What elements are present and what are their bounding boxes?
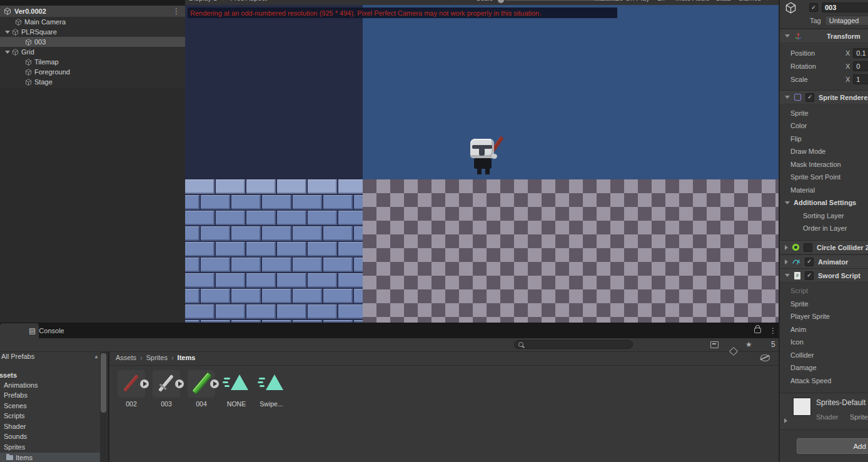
asset-swipe[interactable]: Swipe...	[256, 370, 287, 408]
tree-item-all-prefabs[interactable]: All Prefabs ▲	[0, 351, 100, 361]
icon-row[interactable]: Icon	[780, 336, 868, 349]
animator-header[interactable]: ✓ Animator	[780, 254, 868, 269]
hierarchy-item-foreground[interactable]: Foreground	[0, 67, 210, 77]
expand-play-badge[interactable]	[140, 379, 149, 388]
lock-icon[interactable]	[754, 328, 761, 333]
tree-item-assets-root[interactable]: Assets	[0, 370, 100, 380]
collider-row[interactable]: Collider	[780, 349, 868, 362]
tree-item-prefabs[interactable]: Prefabs	[0, 390, 100, 400]
add-component-button[interactable]: Add Component	[797, 438, 868, 454]
tab-console[interactable]: ▤ Console	[23, 323, 71, 338]
circle-collider-header[interactable]: Circle Collider 2D	[780, 240, 868, 254]
dropdown-caret-icon: ▾	[765, 0, 769, 3]
anim-row[interactable]: Anim	[780, 323, 868, 336]
sorting-layer-row[interactable]: Sorting Layer	[780, 209, 868, 223]
search-input[interactable]	[514, 340, 633, 349]
component-checkbox-checked[interactable]: ✓	[805, 258, 814, 266]
foldout-open-icon[interactable]	[785, 34, 790, 38]
display-dropdown[interactable]: Display 1	[189, 0, 217, 2]
favorites-star-icon[interactable]: ★	[745, 340, 752, 349]
gameobject-cube-icon[interactable]	[785, 2, 797, 14]
expand-play-badge[interactable]	[175, 379, 184, 388]
hierarchy-item-003-selected[interactable]: 003	[0, 37, 210, 47]
asset-004[interactable]: 004	[186, 370, 217, 408]
foldout-open-icon[interactable]	[5, 31, 10, 34]
tree-item-sounds[interactable]: Sounds	[0, 431, 100, 441]
sprite-renderer-header[interactable]: ✓ Sprite Renderer	[780, 90, 868, 104]
order-in-layer-row[interactable]: Order in Layer	[780, 222, 868, 235]
breadcrumb-assets[interactable]: Assets	[116, 354, 136, 361]
foldout-open-icon[interactable]	[785, 274, 790, 277]
mask-interaction-row[interactable]: Mask Interaction	[780, 158, 868, 171]
hierarchy-item-main-camera[interactable]: Main Camera	[0, 17, 200, 27]
component-checkbox-checked[interactable]: ✓	[805, 93, 814, 102]
scrollbar-thumb[interactable]	[101, 353, 106, 413]
foldout-closed-icon[interactable]	[785, 245, 788, 250]
breadcrumb-sprites[interactable]: Sprites	[146, 354, 168, 361]
collapse-up-icon[interactable]: ▲	[94, 354, 99, 359]
tree-item-shader[interactable]: Shader	[0, 421, 100, 431]
maximize-on-play-button[interactable]: Maximize On Play	[594, 0, 650, 2]
shader-value[interactable]: Sprites/Default	[850, 413, 868, 421]
hierarchy-item-tilemap[interactable]: Tilemap	[0, 57, 210, 67]
damage-row[interactable]: Damage	[780, 361, 868, 374]
tree-scrollbar[interactable]	[100, 351, 107, 462]
tree-item-sprites[interactable]: Sprites	[0, 442, 100, 452]
aspect-dropdown[interactable]: Free Aspect	[230, 0, 267, 2]
sword-004-thumbnail[interactable]	[188, 370, 215, 398]
attack-speed-row[interactable]: Attack Speed	[780, 374, 868, 388]
additional-settings-row[interactable]: Additional Settings	[780, 196, 868, 209]
position-x-field[interactable]: 0.1	[853, 48, 868, 58]
component-checkbox-unchecked[interactable]	[804, 243, 812, 252]
active-checkbox[interactable]: ✓	[809, 3, 818, 12]
animation-none-thumbnail[interactable]	[223, 370, 250, 398]
gameobject-cube-icon	[25, 39, 32, 46]
sword-003-thumbnail[interactable]	[153, 370, 180, 398]
panel-menu-icon[interactable]: ⋮	[769, 326, 777, 335]
scene-header[interactable]: Ver0.0002 ⋮	[0, 6, 185, 17]
player-sprite-row[interactable]: Player Sprite	[780, 310, 868, 323]
foldout-open-icon[interactable]	[785, 201, 790, 204]
hierarchy-item-plrsquare[interactable]: PLRSquare	[0, 27, 190, 37]
color-row[interactable]: Color	[780, 119, 868, 133]
tree-item-items-selected[interactable]: Items	[0, 453, 100, 462]
hierarchy-item-stage[interactable]: Stage	[0, 77, 210, 87]
package-filter-icon[interactable]	[710, 341, 719, 348]
search-icon	[518, 342, 523, 347]
scale-slider-knob[interactable]	[498, 0, 504, 3]
material-swatch[interactable]	[793, 398, 811, 416]
script-sprite-row[interactable]: Sprite	[780, 298, 868, 311]
draw-mode-row[interactable]: Draw Mode	[780, 145, 868, 158]
asset-none[interactable]: NONE	[221, 370, 252, 408]
tag-dropdown[interactable]: Untagged	[825, 16, 868, 26]
hierarchy-menu-icon[interactable]: ⋮	[173, 7, 180, 16]
stats-button[interactable]: Stats	[715, 0, 731, 2]
sprite-sort-point-row[interactable]: Sprite Sort Point	[780, 171, 868, 184]
breadcrumb-items[interactable]: Items	[178, 354, 196, 361]
hierarchy-item-grid[interactable]: Grid	[0, 47, 190, 57]
script-row: Script	[780, 284, 868, 298]
sword-script-header[interactable]: # ✓ Sword Script	[780, 268, 868, 283]
tree-item-animations[interactable]: Animations	[0, 380, 100, 390]
rotation-x-field[interactable]: 0	[853, 61, 868, 71]
component-checkbox-checked[interactable]: ✓	[805, 271, 814, 280]
foldout-open-icon[interactable]	[5, 51, 10, 54]
foldout-closed-icon[interactable]	[784, 418, 787, 423]
flip-row[interactable]: Flip	[780, 133, 868, 146]
sprite-row[interactable]: Sprite	[780, 107, 868, 120]
transform-header[interactable]: Transform	[780, 29, 868, 43]
sword-002-thumbnail[interactable]	[118, 370, 145, 398]
foldout-open-icon[interactable]	[785, 96, 790, 99]
mute-audio-button[interactable]: Mute Audio	[675, 0, 710, 2]
gizmos-dropdown[interactable]: Gizmos	[738, 0, 761, 2]
animation-swipe-thumbnail[interactable]	[258, 370, 285, 398]
scale-x-field[interactable]: 1	[853, 74, 868, 84]
material-row[interactable]: Material	[780, 184, 868, 197]
tree-item-scripts[interactable]: Scripts	[0, 411, 100, 421]
asset-002[interactable]: 002	[116, 370, 147, 408]
asset-003[interactable]: 003	[151, 370, 182, 408]
object-name-field[interactable]: 003	[822, 3, 868, 13]
expand-play-badge[interactable]	[210, 379, 219, 388]
foldout-closed-icon[interactable]	[785, 259, 788, 264]
tree-item-scenes[interactable]: Scenes	[0, 401, 100, 411]
